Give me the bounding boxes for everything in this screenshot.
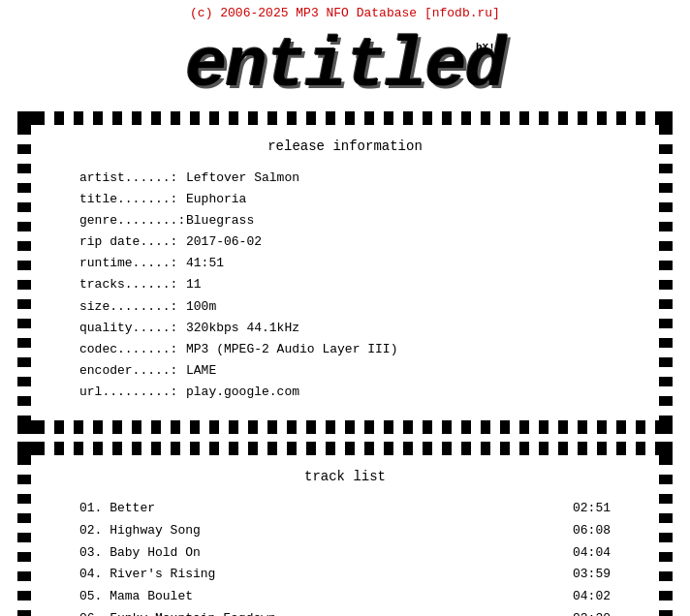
info-row: quality.....: 320kbps 44.1kHz [79,318,611,339]
info-key: artist......: [79,168,186,189]
site-logo: entitled [185,32,505,102]
info-row: encoder.....: LAME [79,360,611,382]
track-title: 01. Better [79,498,562,520]
tracklist-inner: track list 01. Better02:5102. Highway So… [31,455,659,616]
info-key: rip date....: [79,231,186,253]
info-row: url.........: play.google.com [79,382,611,403]
info-key: encoder.....: [79,360,186,382]
copyright-text: (c) 2006-2025 MP3 NFO Database [nfodb.ru… [0,0,690,24]
info-value: 41:51 [186,253,224,274]
logo-area: entitled hX! [0,24,690,106]
release-info-table: artist......: Leftover Salmontitle......… [79,168,611,403]
track-row: 01. Better02:51 [79,498,611,520]
info-key: codec.......: [79,339,186,360]
info-row: codec.......: MP3 (MPEG-2 Audio Layer II… [79,339,611,360]
track-duration: 03:59 [562,564,611,586]
track-title: 04. River's Rising [79,564,562,586]
info-value: 2017-06-02 [186,231,262,253]
info-value: Euphoria [186,189,246,210]
info-value: Bluegrass [186,210,254,231]
tracklist-section: track list 01. Better02:5102. Highway So… [17,442,673,616]
hx-badge: hX! [476,42,495,53]
tracklist-section-title: track list [79,469,611,484]
info-key: tracks......: [79,274,186,295]
track-row: 02. Highway Song06:08 [79,520,611,542]
track-duration: 04:04 [562,542,611,565]
track-title: 06. Funky Mountain Fogdown [79,608,562,616]
info-row: tracks......: 11 [79,274,611,295]
track-duration: 06:08 [562,520,611,542]
track-duration: 04:02 [562,586,611,608]
info-row: title.......: Euphoria [79,189,611,210]
track-row: 04. River's Rising03:59 [79,564,611,586]
release-info-inner: release information artist......: Leftov… [31,125,659,420]
info-key: genre........: [79,210,186,231]
info-row: runtime.....: 41:51 [79,253,611,274]
track-row: 05. Mama Boulet04:02 [79,586,611,608]
info-key: url.........: [79,382,186,403]
track-row: 03. Baby Hold On04:04 [79,542,611,565]
info-row: genre........: Bluegrass [79,210,611,231]
track-title: 03. Baby Hold On [79,542,562,565]
info-value: 100m [186,296,216,318]
track-title: 05. Mama Boulet [79,586,562,608]
info-value: Leftover Salmon [186,168,299,189]
track-list: 01. Better02:5102. Highway Song06:0803. … [79,498,611,616]
info-key: size........: [79,296,186,318]
info-key: title.......: [79,189,186,210]
info-value: LAME [186,360,216,382]
track-duration: 02:51 [562,498,611,520]
info-value: 11 [186,274,202,295]
info-row: artist......: Leftover Salmon [79,168,611,189]
info-value: 320kbps 44.1kHz [186,318,299,339]
info-key: quality.....: [79,318,186,339]
info-key: runtime.....: [79,253,186,274]
info-value: MP3 (MPEG-2 Audio Layer III) [186,339,397,360]
release-section-title: release information [79,139,611,154]
info-row: rip date....: 2017-06-02 [79,231,611,253]
track-title: 02. Highway Song [79,520,562,542]
info-row: size........: 100m [79,296,611,318]
track-duration: 02:30 [562,608,611,616]
info-value: play.google.com [186,382,299,403]
release-info-section: release information artist......: Leftov… [17,111,673,434]
track-row: 06. Funky Mountain Fogdown02:30 [79,608,611,616]
